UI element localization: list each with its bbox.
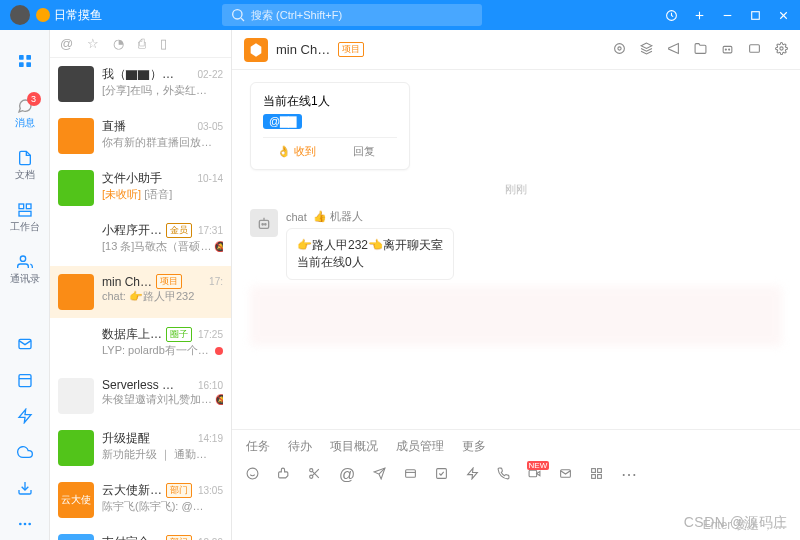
- conversation-item[interactable]: 数据库上… 圈子 17:25 LYP: polardb有一个…: [50, 318, 231, 370]
- action-receive[interactable]: 👌 收到: [263, 144, 330, 159]
- history-icon[interactable]: [664, 8, 678, 22]
- sidebar-item-apps[interactable]: [5, 38, 45, 86]
- mention-chip[interactable]: @▇▇: [263, 114, 302, 129]
- sidebar-bottom-flash[interactable]: [5, 400, 45, 432]
- conversation-item[interactable]: 小程序开… 金员 17:31 [13 条]马敬杰（晋硕… 🔕: [50, 214, 231, 266]
- conv-preview: [13 条]马敬杰（晋硕… 🔕: [102, 239, 223, 254]
- sidebar-item-contacts[interactable]: 通讯录: [5, 246, 45, 294]
- mute-icon: 🔕: [214, 241, 223, 252]
- bot-name: chat: [286, 211, 307, 223]
- sidebar-bottom-download[interactable]: [5, 472, 45, 504]
- conversation-item[interactable]: 直播 03-05 你有新的群直播回放…: [50, 110, 231, 162]
- search-input[interactable]: 搜索 (Ctrl+Shift+F): [222, 4, 482, 26]
- filter-phone-icon[interactable]: ⎙: [138, 36, 146, 51]
- flash-icon[interactable]: [466, 466, 479, 484]
- header-screenshot-icon[interactable]: [613, 41, 626, 59]
- search-placeholder: 搜索 (Ctrl+Shift+F): [251, 8, 342, 23]
- conv-tag: 部门: [166, 535, 192, 540]
- filter-clock-icon[interactable]: ◔: [113, 36, 124, 51]
- sidebar-label: 工作台: [10, 220, 40, 234]
- conv-preview: 陈宇飞(陈宇飞): @…: [102, 499, 223, 514]
- conv-name: 直播: [102, 118, 126, 135]
- svg-rect-6: [751, 11, 759, 19]
- header-robot-icon[interactable]: [721, 41, 734, 59]
- sidebar-bottom-cloud[interactable]: [5, 436, 45, 468]
- tab-todo[interactable]: 待办: [288, 438, 312, 455]
- bot-avatar: [250, 209, 278, 237]
- conv-avatar: [58, 66, 94, 102]
- at-icon[interactable]: @: [339, 466, 355, 484]
- svg-point-33: [780, 46, 783, 49]
- compose-input[interactable]: Enter 发送 ，…: [232, 490, 800, 540]
- conversation-item[interactable]: 支付宝合… 部门 12:29: [50, 526, 231, 540]
- conv-name: 我（▇▇）…: [102, 66, 174, 83]
- conv-time: 13:05: [198, 485, 223, 496]
- conversation-item[interactable]: min Ch… 项目 17: chat: 👉路人甲232: [50, 266, 231, 318]
- filter-star-icon[interactable]: ☆: [87, 36, 99, 51]
- maximize-button[interactable]: [748, 8, 762, 22]
- conv-avatar: [58, 534, 94, 540]
- compose-area: 任务 待办 项目概况 成员管理 更多 @ NEW: [232, 429, 800, 540]
- search-icon: [230, 7, 246, 23]
- tab-tasks[interactable]: 任务: [246, 438, 270, 455]
- header-folder-icon[interactable]: [694, 41, 707, 59]
- close-button[interactable]: [776, 8, 790, 22]
- conversation-item[interactable]: 云大使 云大使新… 部门 13:05 陈宇飞(陈宇飞): @…: [50, 474, 231, 526]
- conv-avatar: [58, 274, 94, 310]
- header-settings-icon[interactable]: [775, 41, 788, 59]
- check-icon[interactable]: [435, 466, 448, 484]
- tab-overview[interactable]: 项目概况: [330, 438, 378, 455]
- svg-rect-53: [598, 468, 602, 472]
- svg-rect-11: [19, 62, 24, 67]
- card-icon[interactable]: [404, 466, 417, 484]
- bot-bubble: 👉路人甲232👈离开聊天室 当前在线0人: [286, 228, 454, 280]
- filter-at-icon[interactable]: @: [60, 36, 73, 51]
- svg-rect-52: [592, 468, 596, 472]
- conversation-item[interactable]: Serverless Ku… 16:10 朱俊望邀请刘礼赞加… 🔕: [50, 370, 231, 422]
- header-stack-icon[interactable]: [640, 41, 653, 59]
- tab-members[interactable]: 成员管理: [396, 438, 444, 455]
- sidebar-item-workspace[interactable]: 工作台: [5, 194, 45, 242]
- action-reply[interactable]: 回复: [330, 144, 397, 159]
- conversation-item[interactable]: 我（▇▇）… 02-22 [分享]在吗，外卖红…: [50, 58, 231, 110]
- phone-icon[interactable]: [497, 466, 510, 484]
- filter-doc-icon[interactable]: ▯: [160, 36, 167, 51]
- svg-rect-49: [529, 470, 537, 477]
- emoji-icon[interactable]: [246, 466, 259, 484]
- conv-name: 数据库上…: [102, 326, 162, 343]
- conv-avatar: [58, 378, 94, 414]
- sidebar-item-docs[interactable]: 文档: [5, 142, 45, 190]
- plus-icon[interactable]: [692, 8, 706, 22]
- conv-name: 文件小助手: [102, 170, 162, 187]
- sidebar-bottom-email[interactable]: [5, 328, 45, 360]
- conversation-item[interactable]: 文件小助手 10-14 [未收听] [语音]: [50, 162, 231, 214]
- video-icon[interactable]: NEW: [528, 466, 541, 484]
- conv-avatar: [58, 170, 94, 206]
- svg-rect-12: [26, 62, 31, 67]
- conv-preview: 朱俊望邀请刘礼赞加… 🔕: [102, 392, 223, 407]
- conv-name: 小程序开…: [102, 222, 162, 239]
- mail-icon[interactable]: [559, 466, 572, 484]
- header-announce-icon[interactable]: [667, 41, 680, 59]
- sidebar-bottom-calendar[interactable]: [5, 364, 45, 396]
- svg-point-31: [729, 49, 730, 50]
- send-icon[interactable]: [373, 466, 386, 484]
- grid-icon[interactable]: [590, 466, 603, 484]
- conversation-item[interactable]: 升级提醒 14:19 新功能升级 ｜ 通勤…: [50, 422, 231, 474]
- header-chat-icon[interactable]: [748, 41, 761, 59]
- sidebar-item-messages[interactable]: 消息 3: [5, 90, 45, 138]
- conv-preview: [未收听] [语音]: [102, 187, 223, 202]
- svg-point-42: [310, 475, 313, 478]
- svg-point-38: [247, 468, 258, 479]
- conv-toolbar: @ ☆ ◔ ⎙ ▯: [50, 30, 231, 58]
- user-avatar[interactable]: [10, 5, 30, 25]
- more-icon[interactable]: ⋯: [621, 465, 637, 484]
- sidebar-bottom-more[interactable]: [5, 508, 45, 540]
- svg-point-26: [618, 46, 621, 49]
- tab-more[interactable]: 更多: [462, 438, 486, 455]
- minimize-button[interactable]: [720, 8, 734, 22]
- scissors-icon[interactable]: [308, 466, 321, 484]
- status-dot: [36, 8, 50, 22]
- like-icon[interactable]: [277, 466, 290, 484]
- svg-rect-9: [19, 55, 24, 60]
